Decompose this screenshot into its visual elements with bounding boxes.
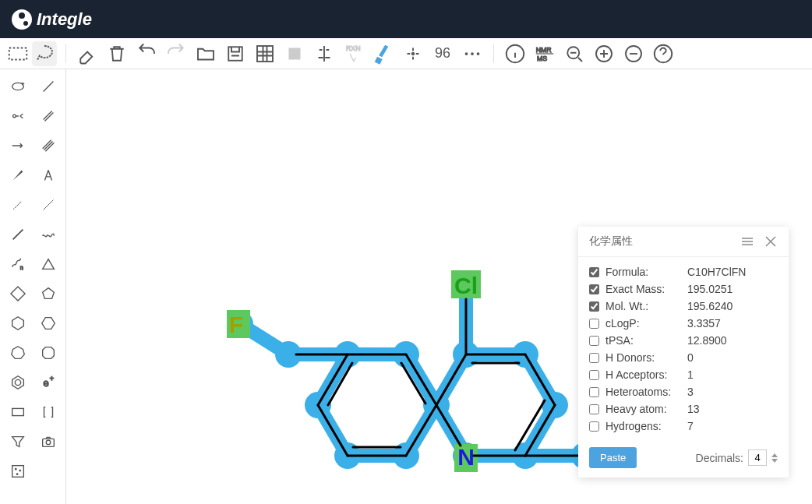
heptagon-tool[interactable] <box>3 339 32 367</box>
svg-line-92 <box>525 405 555 456</box>
svg-point-7 <box>471 52 474 55</box>
help-icon[interactable] <box>651 42 675 65</box>
triple-bond-tool[interactable] <box>34 132 62 160</box>
benzene-tool[interactable] <box>3 368 32 397</box>
zoom-out-icon[interactable] <box>622 42 645 65</box>
app-header: Integle <box>0 0 812 38</box>
octagon-tool[interactable] <box>34 339 62 367</box>
clean-icon[interactable] <box>372 42 395 65</box>
trash-icon[interactable] <box>105 42 129 65</box>
grid-icon[interactable] <box>253 42 277 65</box>
property-row: tPSA:12.8900 <box>589 332 778 349</box>
svg-marker-34 <box>11 347 24 359</box>
property-value: 3 <box>687 386 694 398</box>
camera-tool[interactable] <box>34 428 62 456</box>
box-tool[interactable] <box>3 398 32 426</box>
properties-list: Formula:C10H7ClFNExact Mass:195.0251Mol.… <box>578 257 789 438</box>
hash-bond-tool[interactable] <box>3 191 32 219</box>
property-value: 1 <box>687 368 694 381</box>
menu-icon[interactable] <box>740 234 754 248</box>
dots-tool[interactable] <box>3 457 32 485</box>
close-icon[interactable] <box>764 234 778 248</box>
undo-icon[interactable] <box>135 42 158 65</box>
decimals-down[interactable] <box>771 459 778 463</box>
zoom-fit-icon[interactable] <box>563 42 586 65</box>
decimals-up[interactable] <box>771 453 778 457</box>
svg-point-5 <box>412 52 415 55</box>
property-value: 195.0251 <box>687 283 733 295</box>
chain-tool[interactable]: n <box>3 250 32 278</box>
property-value: 3.3357 <box>687 317 721 330</box>
wedge-tool[interactable] <box>3 161 32 189</box>
property-label: Exact Mass: <box>605 283 687 295</box>
svg-point-19 <box>12 115 16 118</box>
hexagon2-tool[interactable] <box>34 309 62 337</box>
svg-line-97 <box>436 354 466 405</box>
decimals-label: Decimals: <box>696 452 743 464</box>
property-checkbox[interactable] <box>589 319 599 329</box>
property-checkbox[interactable] <box>589 284 599 294</box>
map-tool[interactable] <box>3 102 32 130</box>
svg-rect-43 <box>12 466 23 478</box>
rxn-icon[interactable]: RXN <box>342 42 365 65</box>
charge-tool[interactable]: e+ <box>34 368 62 397</box>
center-icon[interactable] <box>401 42 425 65</box>
property-row: Heavy atom:13 <box>589 400 778 418</box>
zoom-in-icon[interactable] <box>592 42 616 65</box>
text-96[interactable]: 96 <box>431 42 454 65</box>
triangle-tool[interactable] <box>34 250 62 278</box>
property-checkbox[interactable] <box>589 301 599 312</box>
property-row: H Donors:0 <box>589 349 778 366</box>
hexagon-tool[interactable] <box>3 309 32 337</box>
property-checkbox[interactable] <box>589 404 599 414</box>
svg-point-37 <box>15 379 20 385</box>
property-row: Hydrogens:7 <box>589 418 778 435</box>
svg-text:+: + <box>49 375 53 382</box>
up-bond-tool[interactable] <box>34 191 62 219</box>
property-value: 0 <box>687 351 694 364</box>
canvas[interactable]: Cl F N 化学属性 Formula:C10H7ClFNExact Mass:… <box>66 69 812 504</box>
svg-text:e: e <box>43 377 48 389</box>
arrow-tool[interactable] <box>3 132 32 160</box>
svg-marker-32 <box>12 317 23 330</box>
property-checkbox[interactable] <box>589 336 599 346</box>
funnel-tool[interactable] <box>3 428 32 456</box>
double-bond-tool[interactable] <box>34 102 62 130</box>
property-checkbox[interactable] <box>589 353 599 363</box>
svg-line-83 <box>318 405 348 456</box>
select-rect-icon[interactable] <box>6 42 30 65</box>
text-tool[interactable] <box>34 161 62 189</box>
svg-rect-40 <box>12 408 23 415</box>
rect-tool[interactable] <box>3 280 32 308</box>
property-checkbox[interactable] <box>589 267 599 277</box>
nmr-ms-icon[interactable]: NMRMS <box>533 42 556 65</box>
fill-icon[interactable] <box>283 42 306 65</box>
eraser-icon[interactable] <box>76 42 99 65</box>
more-icon[interactable] <box>461 42 484 65</box>
property-row: cLogP:3.3357 <box>589 315 778 332</box>
property-checkbox[interactable] <box>589 421 599 432</box>
paste-button[interactable]: Paste <box>589 447 637 468</box>
align-icon[interactable] <box>312 42 336 65</box>
logo: Integle <box>12 9 92 30</box>
molecule-structure[interactable]: Cl F N <box>222 245 596 486</box>
property-row: Heteroatoms:3 <box>589 383 778 400</box>
open-icon[interactable] <box>194 42 217 65</box>
svg-line-26 <box>43 200 53 210</box>
redo-icon[interactable] <box>164 42 188 65</box>
pentagon-tool[interactable] <box>34 280 62 308</box>
rotate-tool[interactable] <box>3 72 32 100</box>
svg-line-94 <box>525 354 555 405</box>
property-label: Mol. Wt.: <box>605 300 687 312</box>
single-bond-tool[interactable] <box>34 72 62 100</box>
decimals-input[interactable] <box>748 449 767 466</box>
line-tool[interactable] <box>3 220 32 248</box>
wavy-bond-tool[interactable] <box>34 220 62 248</box>
bracket-tool[interactable] <box>34 398 62 426</box>
info-icon[interactable] <box>503 42 527 65</box>
lasso-icon[interactable] <box>33 42 56 65</box>
property-checkbox[interactable] <box>589 370 599 380</box>
property-row: Mol. Wt.:195.6240 <box>589 298 778 315</box>
property-checkbox[interactable] <box>589 387 599 397</box>
save-icon[interactable] <box>224 42 247 65</box>
